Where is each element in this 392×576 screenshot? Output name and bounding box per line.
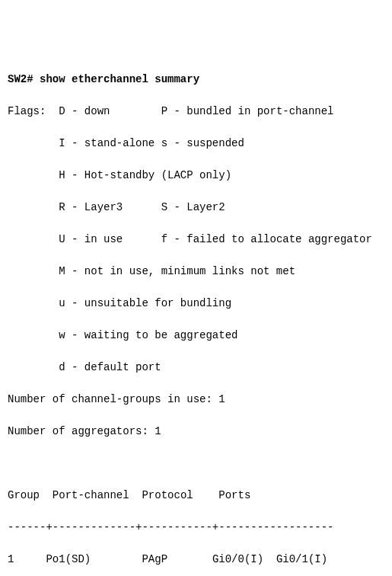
sw2-flag-H: H - Hot-standby (LACP only) (59, 169, 231, 181)
sw2-agg-value: 1 (155, 425, 161, 437)
sw2-prompt: SW2# (8, 73, 33, 85)
sw2-flag-M: M - not in use, minimum links not met (59, 265, 295, 277)
sw2-flags-line3: H - Hot-standby (LACP only) (8, 168, 384, 184)
sw2-flag-S: S - Layer2 (161, 201, 225, 213)
sw2-groups-value: 1 (218, 393, 225, 405)
sw2-th-ports: Ports (218, 489, 250, 501)
sw2-td-port1: Gi0/0(I) (212, 553, 263, 565)
sw2-flags-line6: M - not in use, minimum links not met (8, 264, 384, 280)
sw2-flag-w: w - waiting to be aggregated (59, 329, 237, 341)
sw2-agg-line: Number of aggregators: 1 (8, 424, 384, 440)
sw2-table-row: 1 Po1(SD) PAgP Gi0/0(I) Gi0/1(I) (8, 552, 384, 568)
sw2-flag-s: s - suspended (161, 137, 244, 149)
sw2-flag-D: D - down (59, 105, 110, 117)
sw2-flag-R: R - Layer3 (59, 201, 123, 213)
sw2-flag-u: u - unsuitable for bundling (59, 297, 231, 309)
sw2-flag-f: f - failed to allocate aggregator (161, 233, 372, 245)
sw2-td-port2: Gi0/1(I) (276, 553, 327, 565)
sw2-td-protocol: PAgP (142, 553, 167, 565)
sw2-td-portchannel: Po1(SD) (46, 553, 91, 565)
sw2-flags-line2: I - stand-alone s - suspended (8, 136, 384, 152)
sw2-flag-d: d - default port (59, 361, 161, 373)
sw2-th-protocol: Protocol (142, 489, 193, 501)
sw2-flags-line7: u - unsuitable for bundling (8, 296, 384, 312)
sw2-flags-line4: R - Layer3 S - Layer2 (8, 200, 384, 216)
sw2-blank1 (8, 456, 384, 472)
sw2-flag-P: P - bundled in port-channel (161, 105, 334, 117)
sw2-table-header: Group Port-channel Protocol Ports (8, 488, 384, 504)
sw2-flags-line8: w - waiting to be aggregated (8, 328, 384, 344)
sw2-flags-line1: Flags: D - down P - bundled in port-chan… (8, 104, 384, 120)
sw2-flags-line5: U - in use f - failed to allocate aggreg… (8, 232, 384, 248)
sw2-td-group: 1 (8, 553, 14, 565)
sw2-agg-label: Number of aggregators: (8, 425, 148, 437)
sw2-groups-line: Number of channel-groups in use: 1 (8, 392, 384, 408)
sw2-flags-label: Flags: (8, 105, 46, 117)
sw2-table-divider: ------+-------------+-----------+-------… (8, 520, 384, 536)
sw2-groups-label: Number of channel-groups in use: (8, 393, 212, 405)
sw2-command-line: SW2# show etherchannel summary (8, 72, 384, 88)
sw2-flag-U: U - in use (59, 233, 123, 245)
sw2-th-portchannel: Port-channel (53, 489, 129, 501)
sw2-flag-I: I - stand-alone (59, 137, 155, 149)
sw2-th-group: Group (8, 489, 40, 501)
sw2-flags-line9: d - default port (8, 360, 384, 376)
sw2-command: show etherchannel summary (40, 73, 199, 85)
